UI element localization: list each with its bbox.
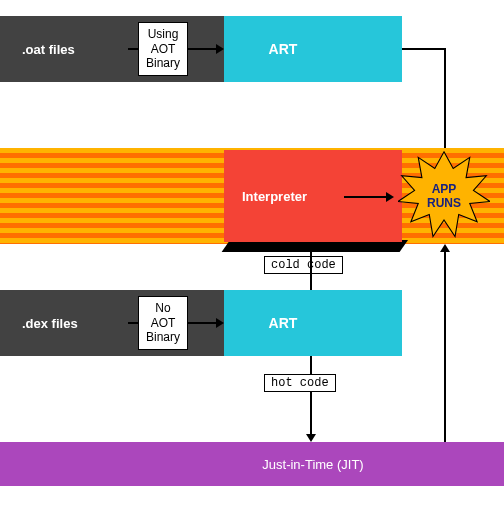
connector bbox=[128, 322, 138, 324]
connector bbox=[444, 252, 446, 464]
art-label-top: ART bbox=[269, 41, 298, 57]
aot-binary-box-top: Using AOT Binary bbox=[138, 22, 188, 76]
aot-binary-box-bottom: No AOT Binary bbox=[138, 296, 188, 350]
connector bbox=[344, 196, 386, 198]
art-label-bottom: ART bbox=[269, 315, 298, 331]
connector bbox=[402, 48, 446, 50]
dex-files-label: .dex files bbox=[22, 316, 78, 331]
interpreter-label: Interpreter bbox=[242, 189, 307, 204]
app-runs-starburst: APP RUNS bbox=[398, 150, 490, 242]
connector bbox=[128, 48, 138, 50]
connector bbox=[188, 322, 216, 324]
cold-code-tag: cold code bbox=[264, 256, 343, 274]
jit-label-box: Just-in-Time (JIT) bbox=[262, 457, 363, 472]
connector bbox=[444, 48, 446, 156]
connector bbox=[188, 48, 216, 50]
hot-code-tag: hot code bbox=[264, 374, 336, 392]
oat-files-label: .oat files bbox=[22, 42, 75, 57]
connector bbox=[310, 356, 312, 434]
